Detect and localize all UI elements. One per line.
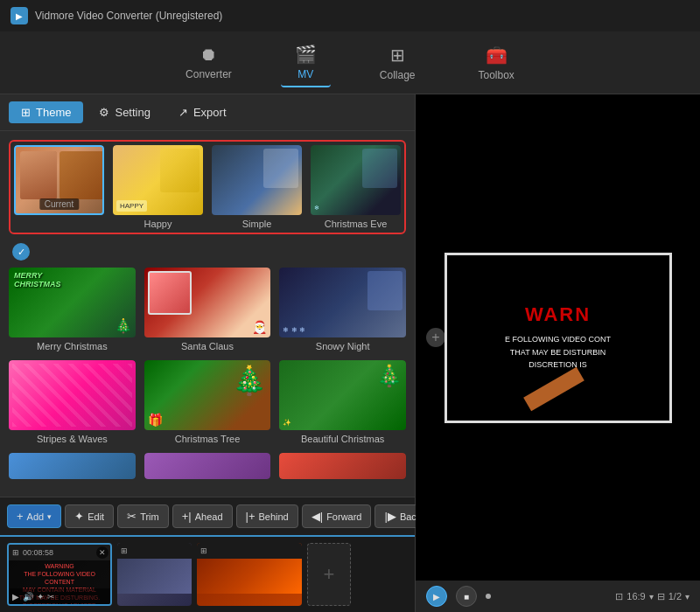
play-button[interactable]: ▶ bbox=[426, 586, 447, 607]
tab-export[interactable]: ↗ Export bbox=[166, 101, 239, 123]
add-clip-button[interactable]: + bbox=[307, 543, 351, 606]
ahead-label: Ahead bbox=[195, 511, 223, 522]
timeline-clip-2[interactable]: ⊞ bbox=[117, 543, 192, 606]
nav-converter[interactable]: ⏺ Converter bbox=[172, 39, 246, 86]
warning-title: WARN bbox=[525, 303, 591, 326]
theme-card-snowy-night[interactable]: ❄ ❄ ❄ Snowy Night bbox=[279, 268, 406, 351]
timeline-clip-3[interactable]: ⊞ bbox=[197, 543, 302, 606]
tab-theme[interactable]: ⊞ Theme bbox=[9, 101, 83, 123]
clip3-top-bar: ⊞ bbox=[197, 543, 302, 559]
ahead-button[interactable]: +| Ahead bbox=[172, 504, 233, 528]
nav-mv[interactable]: 🎬 MV bbox=[281, 38, 331, 87]
clip2-top-bar: ⊞ bbox=[117, 543, 192, 559]
beautiful-christmas-label: Beautiful Christmas bbox=[301, 434, 384, 444]
converter-icon: ⏺ bbox=[200, 45, 217, 65]
theme-card-partial-2[interactable] bbox=[144, 453, 271, 479]
timeline-clip-main[interactable]: ⊞ 00:08:58 WARNINGTHE FOLLOWING VIDEO CO… bbox=[7, 543, 112, 606]
nav-collage-label: Collage bbox=[380, 69, 416, 81]
aspect-icon: ⊡ bbox=[615, 591, 623, 602]
edit-icon: ✦ bbox=[74, 510, 84, 523]
left-panel: ⊞ Theme ⚙ Setting ↗ Export bbox=[0, 94, 416, 612]
preview-controls: ▶ ■ ⊡ 16:9 ▾ ⊟ 1/2 ▾ bbox=[416, 581, 700, 612]
theme-card-simple[interactable]: Simple bbox=[212, 145, 302, 229]
current-label: Current bbox=[39, 198, 79, 210]
simple-label: Simple bbox=[242, 219, 272, 229]
theme-card-christmas-tree[interactable]: 🎄 🎁 Christmas Tree bbox=[144, 360, 271, 444]
theme-card-partial-1[interactable] bbox=[9, 453, 136, 479]
forward-button[interactable]: ◀| Forward bbox=[302, 504, 372, 528]
screen-icon: ⊟ bbox=[657, 591, 665, 602]
theme-card-happy[interactable]: HAPPY Happy bbox=[113, 145, 203, 229]
mv-icon: 🎬 bbox=[295, 44, 317, 65]
aspect-ratio-value: 16:9 bbox=[626, 591, 645, 602]
trim-button[interactable]: ✂ Trim bbox=[117, 504, 169, 528]
theme-tab-icon: ⊞ bbox=[21, 106, 31, 119]
scissors-icon[interactable]: ✂ bbox=[47, 592, 54, 602]
theme-card-stripes-waves[interactable]: Stripes & Waves bbox=[9, 360, 136, 444]
theme-row-3: Stripes & Waves 🎄 🎁 Christmas Tree 🎄 ✨ B… bbox=[9, 360, 406, 444]
tab-bar: ⊞ Theme ⚙ Setting ↗ Export bbox=[0, 94, 415, 131]
clip-close-btn[interactable]: ✕ bbox=[96, 546, 108, 559]
star-icon[interactable]: ✦ bbox=[37, 592, 44, 602]
app-title: Vidmore Video Converter (Unregistered) bbox=[35, 10, 222, 22]
progress-dot bbox=[486, 594, 491, 599]
main-content: ⊞ Theme ⚙ Setting ↗ Export bbox=[0, 94, 700, 612]
nav-toolbox-label: Toolbox bbox=[479, 69, 514, 81]
export-tab-icon: ↗ bbox=[178, 106, 188, 119]
backward-icon: |▶ bbox=[384, 510, 396, 523]
trim-icon: ✂ bbox=[127, 510, 136, 523]
add-button[interactable]: + Add ▾ bbox=[7, 504, 61, 528]
clip-top-bar: ⊞ 00:08:58 bbox=[9, 545, 110, 560]
warning-screen: WARN E FOLLOWING VIDEO CONTTHAT MAY BE D… bbox=[444, 253, 672, 423]
collage-icon: ⊞ bbox=[390, 45, 405, 66]
theme-card-current[interactable]: Current bbox=[14, 145, 104, 229]
theme-card-santa-claus[interactable]: 🎅 Santa Claus bbox=[144, 268, 271, 351]
top-nav: ⏺ Converter 🎬 MV ⊞ Collage 🧰 Toolbox bbox=[0, 31, 700, 94]
forward-icon: ◀| bbox=[312, 510, 323, 523]
preview-area: + WARN E FOLLOWING VIDEO CONTTHAT MAY BE… bbox=[416, 94, 700, 581]
aspect-ratio-dropdown[interactable]: ▾ bbox=[649, 592, 654, 602]
preview-add-left[interactable]: + bbox=[426, 328, 445, 347]
tab-theme-label: Theme bbox=[36, 106, 71, 119]
add-dropdown-icon[interactable]: ▾ bbox=[47, 512, 52, 521]
bottom-toolbar: + Add ▾ ✦ Edit ✂ Trim +| Ahead |+ Behind… bbox=[0, 497, 415, 535]
behind-icon: |+ bbox=[246, 510, 256, 523]
theme-card-merry-christmas[interactable]: MERRYCHRISTMAS 🎄 Merry Christmas bbox=[9, 268, 136, 351]
warning-text: E FOLLOWING VIDEO CONTTHAT MAY BE DISTUR… bbox=[505, 333, 611, 371]
theme-card-christmas-eve[interactable]: ❄ Christmas Eve bbox=[311, 145, 401, 229]
theme-row-2: MERRYCHRISTMAS 🎄 Merry Christmas 🎅 Santa… bbox=[9, 268, 406, 351]
theme-card-partial-3[interactable] bbox=[279, 453, 406, 479]
nav-collage[interactable]: ⊞ Collage bbox=[366, 39, 430, 87]
clip-time: 00:08:58 bbox=[23, 548, 53, 557]
merry-christmas-label: Merry Christmas bbox=[37, 341, 108, 351]
nav-converter-label: Converter bbox=[186, 68, 232, 80]
preview-video: WARN E FOLLOWING VIDEO CONTTHAT MAY BE D… bbox=[444, 253, 672, 423]
clip-controls: ▶ 🔊 ✦ ✂ bbox=[9, 588, 110, 604]
trim-label: Trim bbox=[140, 511, 159, 522]
stop-button[interactable]: ■ bbox=[456, 586, 477, 607]
tab-export-label: Export bbox=[193, 106, 227, 119]
behind-button[interactable]: |+ Behind bbox=[236, 504, 298, 528]
toolbox-icon: 🧰 bbox=[486, 45, 508, 66]
timeline: ⊞ 00:08:58 WARNINGTHE FOLLOWING VIDEO CO… bbox=[0, 535, 415, 612]
add-icon: + bbox=[17, 510, 24, 523]
volume-icon[interactable]: 🔊 bbox=[23, 592, 33, 602]
play-icon[interactable]: ▶ bbox=[12, 592, 19, 602]
christmas-eve-label: Christmas Eve bbox=[325, 219, 388, 229]
christmas-tree-label: Christmas Tree bbox=[175, 434, 241, 444]
theme-card-beautiful-christmas[interactable]: 🎄 ✨ Beautiful Christmas bbox=[279, 360, 406, 444]
edit-button[interactable]: ✦ Edit bbox=[65, 504, 114, 528]
theme-row-1: Current HAPPY Happy Simple bbox=[9, 140, 406, 234]
ahead-icon: +| bbox=[182, 510, 192, 523]
nav-toolbox[interactable]: 🧰 Toolbox bbox=[465, 39, 528, 87]
santa-claus-label: Santa Claus bbox=[181, 341, 234, 351]
playback-ratio-dropdown[interactable]: ▾ bbox=[685, 592, 690, 602]
title-bar: ▶ Vidmore Video Converter (Unregistered) bbox=[0, 0, 700, 31]
stripes-waves-label: Stripes & Waves bbox=[37, 434, 108, 444]
theme-grid: Current HAPPY Happy Simple bbox=[0, 131, 415, 497]
nav-mv-label: MV bbox=[298, 68, 313, 80]
tab-setting[interactable]: ⚙ Setting bbox=[87, 101, 162, 123]
setting-tab-icon: ⚙ bbox=[99, 106, 109, 119]
tab-setting-label: Setting bbox=[115, 106, 150, 119]
add-label: Add bbox=[27, 511, 45, 522]
